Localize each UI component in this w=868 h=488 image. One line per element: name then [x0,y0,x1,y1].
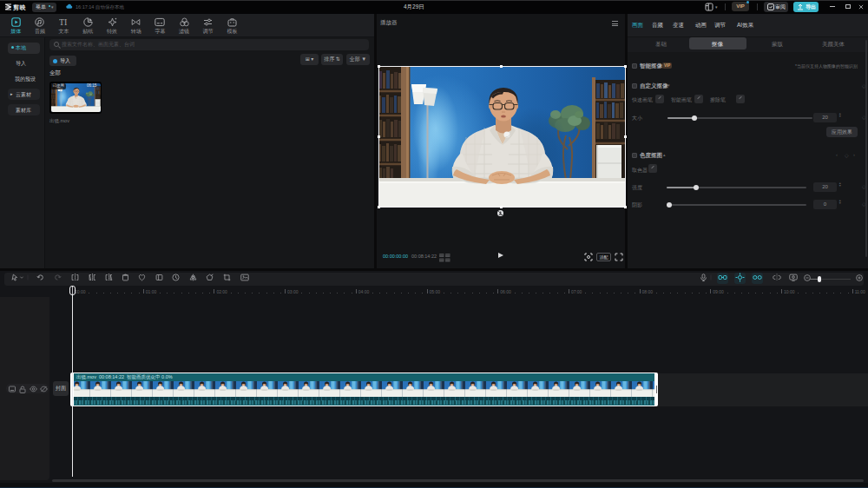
svg-text:TI: TI [59,17,67,27]
